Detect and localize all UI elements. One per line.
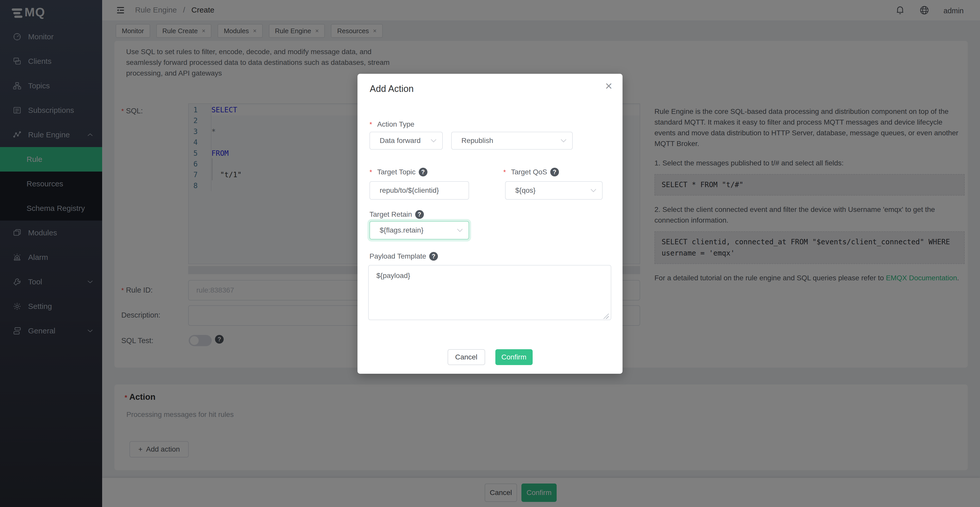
chevron-down-icon [560, 139, 566, 143]
target-topic-input[interactable]: repub/to/${clientid} [369, 181, 469, 200]
payload-template-textarea[interactable]: ${payload} [368, 265, 611, 320]
payload-template-help-icon[interactable]: ? [429, 252, 438, 261]
emqx-dashboard: MQ Monitor Clients Topics [0, 0, 980, 507]
modal-buttons: Cancel Confirm [358, 349, 622, 365]
target-topic-help-icon[interactable]: ? [419, 168, 428, 176]
input-value: repub/to/${clientid} [380, 186, 439, 194]
target-qos-select[interactable]: ${qos} [505, 181, 603, 200]
payload-template-label: Payload Template ? [369, 252, 438, 261]
target-retain-help-icon[interactable]: ? [415, 210, 424, 219]
target-topic-label: *Target Topic ? [369, 168, 428, 176]
add-action-modal: Add Action × *Action Type Data forward R… [358, 74, 622, 374]
select-value: ${qos} [515, 186, 535, 194]
select-value: Data forward [380, 137, 420, 145]
close-icon[interactable]: × [605, 80, 612, 92]
action-type-label: *Action Type [369, 120, 414, 129]
required-asterisk: * [369, 168, 372, 176]
modal-cancel-button[interactable]: Cancel [448, 349, 485, 365]
target-qos-label: *Target QoS ? [503, 168, 559, 176]
modal-confirm-button[interactable]: Confirm [495, 349, 533, 365]
action-type-select[interactable]: Data forward [369, 132, 443, 149]
required-asterisk: * [369, 121, 372, 129]
target-qos-help-icon[interactable]: ? [550, 168, 559, 176]
required-asterisk: * [503, 168, 506, 176]
target-retain-select[interactable]: ${flags.retain} [369, 221, 469, 240]
chevron-down-icon [590, 189, 597, 192]
select-value: ${flags.retain} [380, 226, 423, 234]
chevron-down-icon [431, 139, 437, 143]
textarea-resize-handle[interactable] [603, 313, 609, 319]
action-select[interactable]: Republish [451, 132, 573, 149]
chevron-down-icon [457, 229, 463, 232]
target-retain-label: Target Retain ? [369, 210, 424, 219]
modal-title: Add Action [370, 83, 414, 94]
select-value: Republish [461, 137, 493, 145]
